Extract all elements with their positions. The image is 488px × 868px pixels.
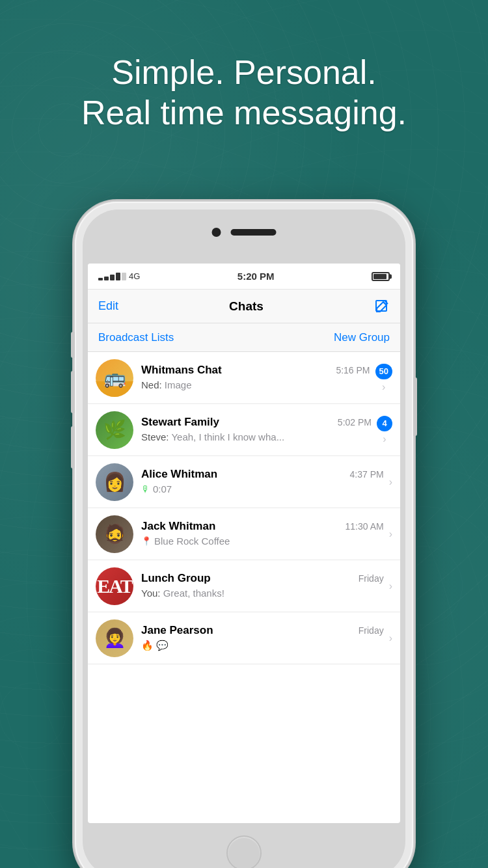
clock: 5:20 PM [237, 271, 275, 282]
earpiece-speaker [231, 229, 277, 236]
list-item[interactable]: 👩‍🦱 Jane Pearson Friday 🔥 💬 › [88, 612, 400, 664]
chat-right: 4 › [377, 416, 392, 444]
screen-title: Chats [229, 299, 264, 314]
chevron-right-icon: › [389, 633, 392, 644]
phone-top-hardware [212, 228, 277, 237]
avatar: 🧔 [96, 515, 133, 553]
chat-time: Friday [359, 573, 384, 584]
chat-content: Jack Whitman 11:30 AM 📍 Blue Rock Coffee [141, 520, 384, 548]
chat-list: 🚌 Whitmans Chat 5:16 PM Ned: Image 50 › [88, 352, 400, 664]
status-right-icons [372, 272, 390, 281]
chat-preview: Steve: Yeah, I think I know wha... [141, 431, 372, 444]
edit-button[interactable]: Edit [98, 299, 118, 313]
avatar: 🚌 [96, 359, 133, 397]
avatar: 🌿 [96, 411, 133, 449]
front-camera [212, 228, 221, 237]
status-bar: 4G 5:20 PM [88, 264, 400, 290]
chevron-right-icon: › [389, 529, 392, 539]
chat-preview: 🎙 0:07 [141, 483, 384, 496]
chat-top-row: Jack Whitman 11:30 AM [141, 520, 384, 533]
action-bar: Broadcast Lists New Group [88, 323, 400, 352]
chat-name: Alice Whitman [141, 468, 217, 481]
chat-content: Lunch Group Friday You: Great, thanks! [141, 572, 384, 600]
chat-name: Jack Whitman [141, 520, 215, 533]
chat-time: 5:16 PM [336, 365, 370, 375]
chat-preview: 🔥 💬 [141, 639, 384, 652]
signal-bar-2 [104, 277, 109, 280]
signal-bar-1 [98, 278, 103, 280]
chat-right: › [389, 529, 392, 539]
chat-time: 5:02 PM [338, 417, 372, 427]
chat-top-row: Stewart Family 5:02 PM [141, 416, 372, 429]
chevron-right-icon: › [389, 477, 392, 487]
battery-icon [372, 272, 390, 281]
signal-bar-4 [116, 273, 120, 280]
chat-name: Lunch Group [141, 572, 211, 585]
app-header: Edit Chats [88, 290, 400, 323]
list-item[interactable]: 🧔 Jack Whitman 11:30 AM 📍 Blue Rock Coff… [88, 508, 400, 560]
network-type: 4G [129, 271, 140, 281]
signal-bar-3 [110, 275, 115, 280]
chat-preview: 📍 Blue Rock Coffee [141, 535, 384, 548]
chat-preview: You: Great, thanks! [141, 587, 384, 600]
chat-top-row: Alice Whitman 4:37 PM [141, 468, 384, 481]
chat-content: Alice Whitman 4:37 PM 🎙 0:07 [141, 468, 384, 496]
chat-right: › [389, 633, 392, 644]
phone-screen: 4G 5:20 PM Edit Chats [88, 264, 400, 823]
avatar: 👩‍🦱 [96, 619, 133, 657]
avatar: EAT [96, 567, 133, 605]
power-button [413, 377, 417, 436]
signal-indicator: 4G [98, 271, 140, 281]
avatar: 👩 [96, 463, 133, 501]
chevron-right-icon: › [383, 434, 386, 444]
signal-bar-5 [122, 273, 126, 280]
hero-title: Simple. Personal. Real time messaging. [0, 52, 488, 133]
chat-time: 11:30 AM [346, 521, 384, 532]
unread-badge: 4 [377, 416, 392, 431]
signal-bars [98, 273, 126, 280]
chat-content: Whitmans Chat 5:16 PM Ned: Image [141, 364, 370, 392]
chat-name: Jane Pearson [141, 624, 213, 637]
chat-name: Whitmans Chat [141, 364, 222, 377]
chat-content: Jane Pearson Friday 🔥 💬 [141, 624, 384, 652]
volume-mute-button [71, 332, 75, 358]
battery-fill [373, 274, 386, 279]
chevron-right-icon: › [389, 581, 392, 591]
chat-time: 4:37 PM [350, 469, 384, 480]
volume-up-button [71, 371, 75, 413]
chat-top-row: Whitmans Chat 5:16 PM [141, 364, 370, 377]
list-item[interactable]: 🌿 Stewart Family 5:02 PM Steve: Yeah, I … [88, 404, 400, 456]
compose-icon [374, 299, 390, 314]
volume-down-button [71, 426, 75, 468]
new-group-button[interactable]: New Group [334, 331, 390, 344]
chat-top-row: Jane Pearson Friday [141, 624, 384, 637]
chat-top-row: Lunch Group Friday [141, 572, 384, 585]
list-item[interactable]: 👩 Alice Whitman 4:37 PM 🎙 0:07 › [88, 456, 400, 508]
hero-section: Simple. Personal. Real time messaging. [0, 52, 488, 133]
chat-name: Stewart Family [141, 416, 219, 429]
compose-button[interactable] [374, 299, 390, 314]
chat-right: 50 › [375, 364, 392, 392]
chat-time: Friday [359, 625, 384, 636]
location-icon: 📍 [141, 536, 152, 547]
chat-content: Stewart Family 5:02 PM Steve: Yeah, I th… [141, 416, 372, 444]
chat-preview: Ned: Image [141, 379, 370, 392]
chat-right: › [389, 581, 392, 591]
list-item[interactable]: 🚌 Whitmans Chat 5:16 PM Ned: Image 50 › [88, 352, 400, 404]
home-button[interactable] [226, 835, 262, 868]
chat-right: › [389, 477, 392, 487]
list-item[interactable]: EAT Lunch Group Friday You: Great, thank… [88, 560, 400, 612]
microphone-icon: 🎙 [141, 483, 150, 495]
chevron-right-icon: › [382, 382, 385, 392]
unread-badge: 50 [375, 364, 392, 379]
broadcast-lists-button[interactable]: Broadcast Lists [98, 331, 174, 344]
phone-frame: 4G 5:20 PM Edit Chats [75, 202, 413, 868]
